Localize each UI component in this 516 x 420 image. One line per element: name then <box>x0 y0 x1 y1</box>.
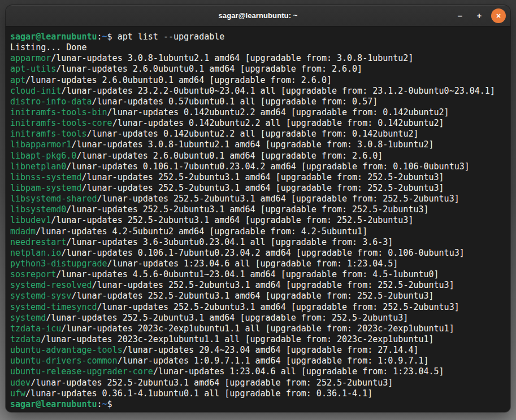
package-name: libsystemd0 <box>10 204 66 215</box>
package-details: /lunar-updates 2023c-2exp1ubuntu1.1 all … <box>41 334 433 344</box>
package-line: needrestart/lunar-updates 3.6-3ubuntu0.2… <box>10 237 506 248</box>
package-details: /lunar-updates 2.6.0ubuntu0.1 amd64 [upg… <box>56 64 362 74</box>
package-line: apt/lunar-updates 2.6.0ubuntu0.1 amd64 [… <box>10 75 506 86</box>
package-line: cloud-init/lunar-updates 23.2.2-0ubuntu0… <box>10 86 506 97</box>
package-name: initramfs-tools-core <box>10 118 112 128</box>
package-details: /lunar-updates 252.5-2ubuntu3.1 amd64 [u… <box>71 291 433 301</box>
package-name: initramfs-tools-bin <box>10 107 107 117</box>
package-line: tzdata/lunar-updates 2023c-2exp1ubuntu1.… <box>10 334 506 345</box>
package-details: /lunar-updates 0.142ubuntu2.2 all [upgra… <box>112 118 444 128</box>
package-line: mdadm/lunar-updates 4.2-5ubuntu2 amd64 [… <box>10 226 506 237</box>
package-name: libapt-pkg6.0 <box>10 151 76 161</box>
package-name: systemd-sysv <box>10 291 71 301</box>
prompt-symbol: $ <box>107 399 112 409</box>
listing-status: Listing... Done <box>10 42 86 53</box>
package-line: netplan.io/lunar-updates 0.106.1-7ubuntu… <box>10 248 506 259</box>
prompt-symbol: $ <box>107 32 112 42</box>
package-line: initramfs-tools/lunar-updates 0.142ubunt… <box>10 129 506 139</box>
package-line: libapt-pkg6.0/lunar-updates 2.6.0ubuntu0… <box>10 151 506 161</box>
package-line: ubuntu-release-upgrader-core/lunar-updat… <box>10 366 506 377</box>
package-details: /lunar-updates 0.142ubuntu2.2 all [upgra… <box>86 129 418 139</box>
package-line: libsystemd0/lunar-updates 252.5-2ubuntu3… <box>10 204 506 215</box>
package-line: sosreport/lunar-updates 4.5.6-0ubuntu1~2… <box>10 269 506 280</box>
package-name: ubuntu-advantage-tools <box>10 345 123 355</box>
terminal-line: Listing... Done <box>10 42 506 53</box>
package-details: /lunar-updates 2023c-2exp1ubuntu1.1 all … <box>61 323 454 334</box>
package-details: /lunar-updates 0.36.1-4.1ubuntu0.1 all [… <box>25 388 372 399</box>
package-line: systemd/lunar-updates 252.5-2ubuntu3.1 a… <box>10 313 506 323</box>
package-name: ufw <box>10 388 25 399</box>
package-name: libnetplan0 <box>10 161 66 172</box>
package-name: mdadm <box>10 226 36 237</box>
package-name: systemd-timesyncd <box>10 302 97 312</box>
package-name: needrestart <box>10 237 66 247</box>
package-details: /lunar-updates 2.6.0ubuntu0.1 amd64 [upg… <box>76 151 383 161</box>
close-button[interactable]: × <box>491 8 506 23</box>
window-controls: – + × <box>453 5 506 26</box>
titlebar[interactable]: sagar@learnubuntu: ~ – + × <box>6 5 510 27</box>
package-name: netplan.io <box>10 248 61 258</box>
package-line: tzdata-icu/lunar-updates 2023c-2exp1ubun… <box>10 323 506 334</box>
terminal-line: sagar@learnubuntu:~$ <box>10 399 506 410</box>
package-line: systemd-resolved/lunar-updates 252.5-2ub… <box>10 280 506 291</box>
package-line: initramfs-tools-bin/lunar-updates 0.142u… <box>10 107 506 118</box>
package-line: ubuntu-drivers-common/lunar-updates 1:0.… <box>10 356 506 366</box>
package-name: ubuntu-drivers-common <box>10 356 118 366</box>
package-details: /lunar-updates 0.106.1-7ubuntu0.23.04.2 … <box>66 161 469 172</box>
package-details: /lunar-updates 252.5-2ubuntu3.1 amd64 [u… <box>97 302 459 312</box>
package-details: /lunar-updates 252.5-2ubuntu3.1 amd64 [u… <box>66 204 428 215</box>
package-line: libsystemd-shared/lunar-updates 252.5-2u… <box>10 194 506 204</box>
terminal-line: sagar@learnubuntu:~$ apt list --upgradab… <box>10 32 506 42</box>
package-details: /lunar-updates 1:0.9.7.1.1 amd64 [upgrad… <box>118 356 429 366</box>
package-line: apparmor/lunar-updates 3.0.8-1ubuntu2.1 … <box>10 53 506 64</box>
package-name: libnss-systemd <box>10 172 81 182</box>
package-details: /lunar-updates 0.57ubuntu0.1 all [upgrad… <box>92 97 378 107</box>
package-name: libpam-systemd <box>10 183 81 193</box>
package-name: systemd-resolved <box>10 280 92 290</box>
terminal-window: sagar@learnubuntu: ~ – + × sagar@learnub… <box>6 5 510 412</box>
package-name: initramfs-tools <box>10 129 86 139</box>
package-details: /lunar-updates 1:23.04.6 all [upgradable… <box>153 366 444 377</box>
package-line: libnetplan0/lunar-updates 0.106.1-7ubunt… <box>10 161 506 172</box>
minimize-button[interactable]: – <box>453 8 467 23</box>
package-name: systemd <box>10 313 46 323</box>
package-details: /lunar-updates 3.6-3ubuntu0.23.04.1 all … <box>66 237 393 247</box>
package-line: libpam-systemd/lunar-updates 252.5-2ubun… <box>10 183 506 194</box>
prompt-path: ~ <box>102 399 107 409</box>
package-line: apt-utils/lunar-updates 2.6.0ubuntu0.1 a… <box>10 64 506 75</box>
package-details: /lunar-updates 252.5-2ubuntu3.1 amd64 [u… <box>51 215 413 225</box>
terminal-screen[interactable]: sagar@learnubuntu:~$ apt list --upgradab… <box>6 27 510 412</box>
package-name: apt-utils <box>10 64 56 74</box>
package-name: libapparmor1 <box>10 139 71 150</box>
package-details: /lunar-updates 4.2-5ubuntu2 amd64 [upgra… <box>36 226 367 237</box>
package-line: libudev1/lunar-updates 252.5-2ubuntu3.1 … <box>10 215 506 226</box>
package-name: libudev1 <box>10 215 51 225</box>
maximize-button[interactable]: + <box>472 8 487 23</box>
package-details: /lunar-updates 1:23.04.6 all [upgradable… <box>107 259 398 269</box>
package-details: /lunar-updates 4.5.6-0ubuntu1~23.04.1 am… <box>56 269 439 279</box>
package-details: /lunar-updates 3.0.8-1ubuntu2.1 amd64 [u… <box>51 53 413 63</box>
package-line: initramfs-tools-core/lunar-updates 0.142… <box>10 118 506 129</box>
package-name: tzdata <box>10 334 41 344</box>
package-details: /lunar-updates 252.5-2ubuntu3.1 amd64 [u… <box>31 378 393 388</box>
package-details: /lunar-updates 0.142ubuntu2.2 amd64 [upg… <box>107 107 449 117</box>
prompt-user-host: sagar@learnubuntu <box>10 32 97 42</box>
package-name: sosreport <box>10 269 56 279</box>
package-name: udev <box>10 378 31 388</box>
package-name: apt <box>10 75 25 85</box>
package-details: /lunar-updates 252.5-2ubuntu3.1 amd64 [u… <box>97 194 459 204</box>
package-details: /lunar-updates 2.6.0ubuntu0.1 amd64 [upg… <box>25 75 332 85</box>
package-line: python3-distupgrade/lunar-updates 1:23.0… <box>10 259 506 269</box>
package-line: systemd-sysv/lunar-updates 252.5-2ubuntu… <box>10 291 506 301</box>
package-details: /lunar-updates 252.5-2ubuntu3.1 amd64 [u… <box>81 183 444 193</box>
package-name: python3-distupgrade <box>10 259 107 269</box>
command-text: apt list --upgradable <box>112 32 225 42</box>
package-line: libapparmor1/lunar-updates 3.0.8-1ubuntu… <box>10 139 506 150</box>
package-details: /lunar-updates 252.5-2ubuntu3.1 amd64 [u… <box>81 172 444 182</box>
package-name: apparmor <box>10 53 51 63</box>
package-name: tzdata-icu <box>10 323 61 334</box>
package-line: udev/lunar-updates 252.5-2ubuntu3.1 amd6… <box>10 378 506 388</box>
package-details: /lunar-updates 252.5-2ubuntu3.1 amd64 [u… <box>46 313 408 323</box>
prompt-separator: : <box>97 32 102 42</box>
package-details: /lunar-updates 29.4~23.04 amd64 [upgrada… <box>123 345 419 355</box>
